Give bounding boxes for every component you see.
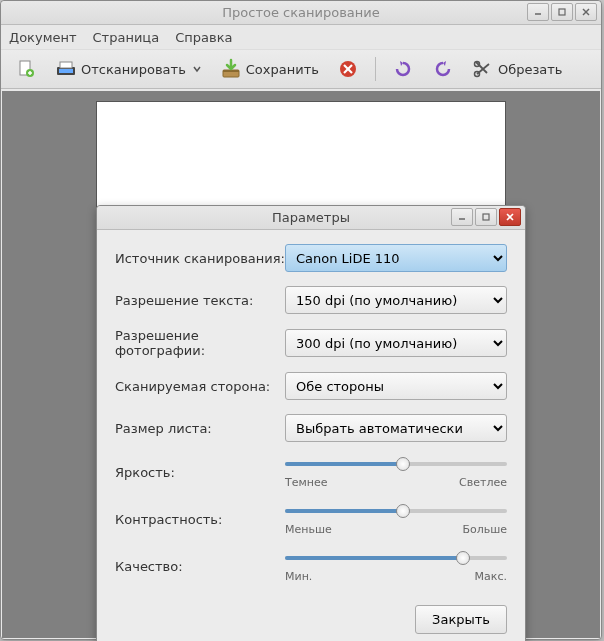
- save-button[interactable]: Сохранить: [214, 55, 325, 83]
- quality-slider[interactable]: [285, 550, 507, 566]
- quality-max-label: Макс.: [475, 570, 507, 583]
- label-quality: Качество:: [115, 559, 285, 574]
- main-window-title: Простое сканирование: [1, 5, 601, 20]
- svg-rect-12: [223, 70, 239, 72]
- label-scan-source: Источник сканирования:: [115, 251, 285, 266]
- dialog-minimize-button[interactable]: [451, 208, 473, 226]
- toolbar: Отсканировать Сохранить: [1, 49, 601, 89]
- label-photo-resolution: Разрешение фотографии:: [115, 328, 285, 358]
- rotate-right-button[interactable]: [426, 55, 460, 83]
- rotate-left-button[interactable]: [386, 55, 420, 83]
- crop-icon: [472, 58, 494, 80]
- brightness-slider-thumb[interactable]: [396, 457, 410, 471]
- photo-resolution-select[interactable]: 300 dpi (по умолчанию): [285, 329, 507, 357]
- minimize-button[interactable]: [527, 3, 549, 21]
- crop-button[interactable]: Обрезать: [466, 55, 569, 83]
- label-text-resolution: Разрешение текста:: [115, 293, 285, 308]
- rotate-right-icon: [432, 58, 454, 80]
- chevron-down-icon[interactable]: [192, 62, 202, 77]
- menubar: Документ Страница Справка: [1, 25, 601, 49]
- menu-help[interactable]: Справка: [175, 30, 232, 45]
- text-resolution-select[interactable]: 150 dpi (по умолчанию): [285, 286, 507, 314]
- svg-point-16: [474, 72, 479, 77]
- dialog-maximize-button[interactable]: [475, 208, 497, 226]
- menu-page[interactable]: Страница: [93, 30, 160, 45]
- stop-icon: [337, 58, 359, 80]
- save-button-label: Сохранить: [246, 62, 319, 77]
- main-titlebar: Простое сканирование: [1, 1, 601, 25]
- brightness-min-label: Темнее: [285, 476, 328, 489]
- dialog-close-button[interactable]: [499, 208, 521, 226]
- svg-rect-10: [60, 62, 72, 68]
- maximize-button[interactable]: [551, 3, 573, 21]
- stop-button[interactable]: [331, 55, 365, 83]
- rotate-left-icon: [392, 58, 414, 80]
- svg-rect-19: [483, 214, 489, 220]
- label-page-size: Размер листа:: [115, 421, 285, 436]
- scan-button[interactable]: Отсканировать: [49, 55, 208, 83]
- brightness-slider[interactable]: [285, 456, 507, 472]
- svg-rect-1: [559, 9, 565, 15]
- close-button[interactable]: [575, 3, 597, 21]
- brightness-max-label: Светлее: [459, 476, 507, 489]
- crop-button-label: Обрезать: [498, 62, 563, 77]
- label-contrast: Контрастность:: [115, 512, 285, 527]
- scan-source-select[interactable]: Canon LiDE 110: [285, 244, 507, 272]
- page-size-select[interactable]: Выбрать автоматически: [285, 414, 507, 442]
- contrast-max-label: Больше: [462, 523, 507, 536]
- preferences-dialog: Параметры Источник сканирования: Canon L…: [96, 205, 526, 641]
- contrast-min-label: Меньше: [285, 523, 332, 536]
- toolbar-separator: [375, 57, 376, 81]
- svg-rect-9: [59, 69, 73, 73]
- label-brightness: Яркость:: [115, 465, 285, 480]
- label-scan-side: Сканируемая сторона:: [115, 379, 285, 394]
- new-document-icon: [15, 58, 37, 80]
- quality-min-label: Мин.: [285, 570, 312, 583]
- quality-slider-thumb[interactable]: [456, 551, 470, 565]
- scanner-icon: [55, 58, 77, 80]
- scan-side-select[interactable]: Обе стороны: [285, 372, 507, 400]
- contrast-slider[interactable]: [285, 503, 507, 519]
- contrast-slider-thumb[interactable]: [396, 504, 410, 518]
- close-dialog-button[interactable]: Закрыть: [415, 605, 507, 634]
- save-icon: [220, 58, 242, 80]
- dialog-titlebar: Параметры: [97, 206, 525, 230]
- new-document-button[interactable]: [9, 55, 43, 83]
- menu-document[interactable]: Документ: [9, 30, 77, 45]
- scan-button-label: Отсканировать: [81, 62, 186, 77]
